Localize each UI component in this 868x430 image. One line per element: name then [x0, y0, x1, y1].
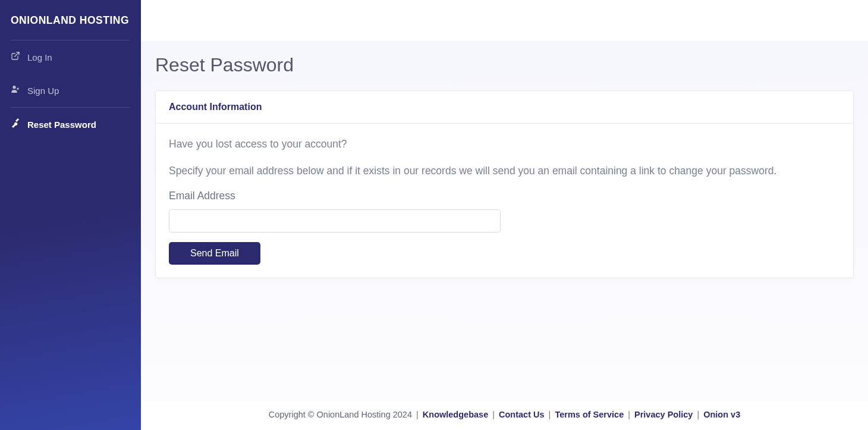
content-area: Reset Password Account Information Have …	[141, 41, 868, 401]
footer-link-onion[interactable]: Onion v3	[703, 410, 740, 419]
svg-line-0	[15, 52, 19, 57]
separator: |	[492, 410, 497, 419]
brand-logo[interactable]: ONIONLAND HOSTING	[0, 0, 141, 40]
separator: |	[416, 410, 421, 419]
sidebar: ONIONLAND HOSTING Log In Sign Up Reset P…	[0, 0, 141, 430]
top-bar	[141, 0, 868, 41]
lead-text-1: Have you lost access to your account?	[169, 137, 840, 152]
main-content: Reset Password Account Information Have …	[141, 0, 868, 430]
footer-link-tos[interactable]: Terms of Service	[555, 410, 624, 419]
copyright-text: Copyright © OnionLand Hosting 2024	[269, 410, 412, 419]
sidebar-item-signup[interactable]: Sign Up	[0, 74, 141, 107]
footer-link-contact[interactable]: Contact Us	[499, 410, 545, 419]
user-plus-icon	[11, 84, 27, 96]
sidebar-item-label: Sign Up	[27, 86, 59, 96]
sidebar-item-reset-password[interactable]: Reset Password	[0, 108, 141, 141]
external-link-icon	[11, 51, 27, 63]
card-header: Account Information	[156, 91, 853, 124]
footer-link-knowledgebase[interactable]: Knowledgebase	[423, 410, 488, 419]
sidebar-item-label: Log In	[27, 52, 52, 62]
page-title: Reset Password	[155, 54, 854, 76]
tools-icon	[11, 118, 27, 130]
separator: |	[697, 410, 702, 419]
email-field[interactable]	[169, 209, 501, 233]
lead-text-2: Specify your email address below and if …	[169, 164, 840, 178]
footer-link-privacy[interactable]: Privacy Policy	[634, 410, 693, 419]
footer: Copyright © OnionLand Hosting 2024 | Kno…	[141, 401, 868, 430]
card-body: Have you lost access to your account? Sp…	[156, 124, 853, 278]
send-email-button[interactable]: Send Email	[169, 242, 260, 265]
separator: |	[549, 410, 553, 419]
sidebar-item-login[interactable]: Log In	[0, 40, 141, 74]
email-label: Email Address	[169, 190, 840, 202]
separator: |	[628, 410, 633, 419]
sidebar-item-label: Reset Password	[27, 120, 96, 130]
account-info-card: Account Information Have you lost access…	[155, 90, 854, 278]
